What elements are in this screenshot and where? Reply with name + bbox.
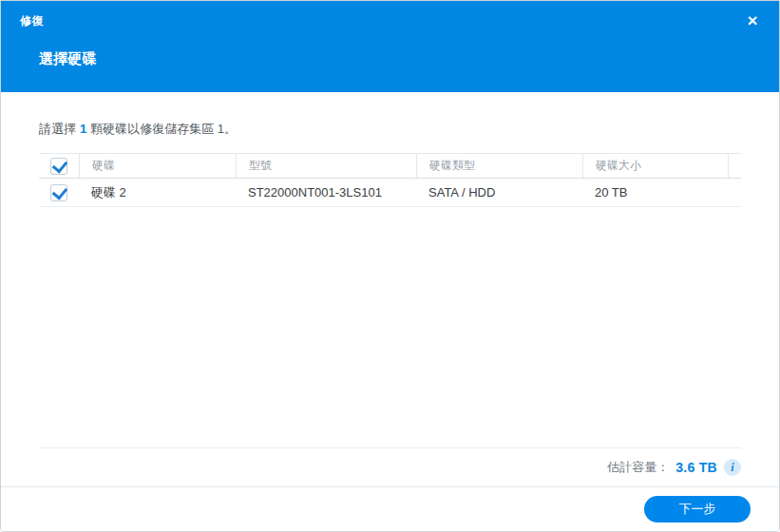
row-checkbox-cell [39,179,79,206]
column-header-filler [728,154,741,178]
capacity-summary: 估計容量： 3.6 TB i [39,447,741,486]
window-title: 修復 [20,13,760,29]
next-button[interactable]: 下一步 [644,496,751,522]
column-header-size[interactable]: 硬碟大小 [582,154,728,178]
empty-area [39,207,741,447]
cell-size: 20 TB [582,179,728,206]
instruction-text: 請選擇1顆硬碟以修復儲存集區 1。 [39,121,741,138]
cell-disk-name: 硬碟 2 [79,179,236,206]
repair-dialog: 修復 × 選擇硬碟 請選擇1顆硬碟以修復儲存集區 1。 硬碟 型號 硬碟類型 硬… [0,0,780,532]
table-row[interactable]: 硬碟 2 ST22000NT001-3LS101 SATA / HDD 20 T… [39,179,741,207]
cell-type: SATA / HDD [416,179,582,206]
header-checkbox-cell [39,154,79,178]
page-title: 選擇硬碟 [39,50,760,68]
instruction-after: 顆硬碟以修復儲存集區 1。 [90,122,237,136]
column-header-model[interactable]: 型號 [236,154,416,178]
dialog-header: 修復 × 選擇硬碟 [1,1,779,92]
cell-model: ST22000NT001-3LS101 [236,179,416,206]
info-icon[interactable]: i [724,459,741,476]
row-checkbox[interactable] [50,184,67,201]
capacity-label: 估計容量： [607,459,669,476]
dialog-footer: 下一步 [1,486,779,531]
disk-table: 硬碟 型號 硬碟類型 硬碟大小 硬碟 2 ST22000NT001-3LS101… [39,153,741,207]
column-header-type[interactable]: 硬碟類型 [416,154,582,178]
capacity-value: 3.6 TB [675,460,717,475]
dialog-body: 請選擇1顆硬碟以修復儲存集區 1。 硬碟 型號 硬碟類型 硬碟大小 硬碟 2 S… [1,92,779,486]
instruction-count: 1 [80,122,86,136]
disk-table-header-row: 硬碟 型號 硬碟類型 硬碟大小 [39,153,741,179]
cell-filler [728,179,741,206]
column-header-disk[interactable]: 硬碟 [79,154,236,178]
close-icon[interactable]: × [741,9,764,31]
select-all-checkbox[interactable] [50,158,67,175]
instruction-before: 請選擇 [39,122,76,136]
